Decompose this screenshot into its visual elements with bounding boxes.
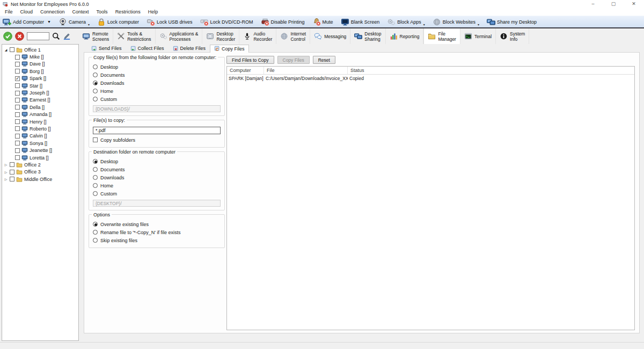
- tree-item-jeanette[interactable]: Jeanette []: [2, 147, 78, 154]
- tab-copy-files[interactable]: Copy Files: [210, 45, 249, 53]
- tab-tools-restrictions[interactable]: Tools &Restrictions: [113, 28, 155, 44]
- tree-item-amanda[interactable]: Amanda []: [2, 111, 78, 118]
- tree-group-middle-office[interactable]: ▷ Middle Office: [2, 176, 78, 183]
- radio-source-custom[interactable]: Custom: [93, 95, 221, 103]
- tree-item-dave[interactable]: Dave []: [2, 61, 78, 68]
- radio-dest-home[interactable]: Home: [93, 181, 221, 190]
- radio-icon[interactable]: [93, 238, 98, 243]
- disable-printing-button[interactable]: Disable Printing: [261, 18, 305, 26]
- della-checkbox[interactable]: [15, 105, 20, 110]
- joseph-checkbox[interactable]: [15, 91, 20, 96]
- search-icon[interactable]: [52, 32, 60, 40]
- tab-collect-files[interactable]: Collect Files: [126, 44, 169, 52]
- tab-desktop-sharing[interactable]: DesktopSharing: [350, 28, 385, 44]
- maximize-icon[interactable]: ▢: [603, 0, 624, 8]
- roberto-checkbox[interactable]: [15, 126, 20, 131]
- lock-computer-button[interactable]: Lock computer: [97, 18, 139, 26]
- tree-item-della[interactable]: Della []: [2, 104, 78, 111]
- tab-remote-screens[interactable]: RemoteScreens: [78, 28, 113, 44]
- tab-send-files[interactable]: Send Files: [87, 44, 126, 52]
- spark-checkbox[interactable]: [15, 76, 20, 81]
- tree-item-borg[interactable]: Borg []: [2, 68, 78, 75]
- edit-log-icon[interactable]: [63, 32, 71, 40]
- column-status[interactable]: Status: [348, 67, 634, 74]
- tab-file-manager[interactable]: FileManager: [423, 28, 460, 44]
- column-computer[interactable]: Computer: [227, 67, 264, 74]
- expand-icon[interactable]: ▷: [4, 170, 8, 174]
- tab-reporting[interactable]: Reporting: [386, 28, 424, 44]
- radio-source-desktop[interactable]: Desktop: [93, 63, 221, 71]
- tab-internet-control[interactable]: InternetControl: [276, 28, 310, 44]
- earnest-checkbox[interactable]: [15, 98, 20, 103]
- expand-icon[interactable]: ▷: [4, 163, 8, 166]
- radio-icon[interactable]: [93, 89, 98, 93]
- tree-item-calvin[interactable]: Calvin []: [2, 133, 78, 140]
- block-websites-button[interactable]: Block Websites ▾: [433, 18, 479, 26]
- close-icon[interactable]: ✕: [624, 0, 644, 8]
- radio-rename[interactable]: Rename file to '*-Copy_N' if file exists: [93, 228, 221, 236]
- jeanette-checkbox[interactable]: [15, 148, 20, 153]
- radio-icon[interactable]: [93, 72, 98, 77]
- radio-icon[interactable]: [93, 97, 98, 101]
- copy-subfolders-checkbox[interactable]: [93, 137, 98, 142]
- tree-group-office1[interactable]: ◢ Office 1: [2, 46, 78, 53]
- radio-icon[interactable]: [93, 64, 98, 69]
- copy-subfolders-row[interactable]: Copy subfolders: [93, 136, 221, 144]
- radio-source-downloads[interactable]: Downloads: [93, 79, 221, 87]
- tab-desktop-recorder[interactable]: DesktopRecorder: [202, 28, 239, 44]
- tree-item-mike[interactable]: Mike []: [2, 53, 78, 60]
- tree-item-spark[interactable]: Spark []: [2, 75, 78, 82]
- file-pattern-input[interactable]: [93, 127, 221, 134]
- borg-checkbox[interactable]: [15, 69, 20, 74]
- radio-source-documents[interactable]: Documents: [93, 71, 221, 79]
- menu-cloud[interactable]: Cloud: [17, 8, 37, 16]
- tab-system-info[interactable]: SystemInfo: [496, 28, 529, 44]
- expand-icon[interactable]: ▷: [4, 177, 8, 181]
- camera-button[interactable]: Camera ▾: [58, 18, 90, 26]
- disconnect-button[interactable]: [15, 32, 24, 41]
- tree-item-star[interactable]: Star []: [2, 82, 78, 89]
- radio-icon[interactable]: [93, 222, 98, 227]
- menu-file[interactable]: File: [1, 8, 17, 16]
- tree-item-henry[interactable]: Henry []: [2, 118, 78, 125]
- radio-icon[interactable]: [93, 230, 98, 235]
- copy-files-button[interactable]: Copy Files: [277, 56, 310, 64]
- mike-checkbox[interactable]: [15, 55, 20, 60]
- office1-checkbox[interactable]: [10, 47, 14, 52]
- tree-item-sonya[interactable]: Sonya []: [2, 140, 78, 147]
- menu-connection[interactable]: Connection: [36, 8, 69, 16]
- tree-item-earnest[interactable]: Earnest []: [2, 97, 78, 104]
- menu-help[interactable]: Help: [144, 8, 162, 16]
- find-files-button[interactable]: Find Files to Copy: [226, 56, 274, 64]
- henry-checkbox[interactable]: [15, 119, 20, 124]
- column-file[interactable]: File: [264, 67, 348, 74]
- lock-dvd-button[interactable]: Lock DVD/CD-ROM: [200, 18, 253, 26]
- middle-office-checkbox[interactable]: [10, 177, 14, 181]
- tree-group-office3[interactable]: ▷ Office 3: [2, 169, 78, 176]
- calvin-checkbox[interactable]: [15, 134, 20, 139]
- tree-item-roberto[interactable]: Roberto []: [2, 125, 78, 132]
- collapse-icon[interactable]: ◢: [4, 48, 8, 52]
- radio-dest-custom[interactable]: Custom: [93, 190, 221, 198]
- office3-checkbox[interactable]: [10, 170, 14, 174]
- star-checkbox[interactable]: [15, 83, 20, 88]
- radio-dest-documents[interactable]: Documents: [93, 165, 221, 173]
- tree-group-office2[interactable]: ▷ Office 2: [2, 161, 78, 168]
- loretta-checkbox[interactable]: [15, 155, 20, 160]
- tree-item-loretta[interactable]: Loretta []: [2, 154, 78, 161]
- menu-context[interactable]: Context: [69, 8, 93, 16]
- radio-source-home[interactable]: Home: [93, 87, 221, 95]
- minimize-icon[interactable]: –: [583, 0, 603, 8]
- block-apps-button[interactable]: Block Apps ▾: [387, 18, 425, 26]
- radio-icon[interactable]: [93, 167, 98, 172]
- radio-dest-downloads[interactable]: Downloads: [93, 173, 221, 181]
- share-desktop-button[interactable]: Share my Desktop: [487, 18, 537, 26]
- menu-restrictions[interactable]: Restrictions: [112, 8, 144, 16]
- sonya-checkbox[interactable]: [15, 141, 20, 146]
- tab-terminal[interactable]: Terminal: [460, 28, 496, 44]
- add-computer-button[interactable]: Add Computer ▼: [3, 18, 51, 26]
- menu-tools[interactable]: Tools: [93, 8, 112, 16]
- reset-button[interactable]: Reset: [313, 56, 335, 64]
- radio-icon[interactable]: [93, 81, 98, 85]
- tab-audio-recorder[interactable]: AudioRecorder: [239, 28, 276, 44]
